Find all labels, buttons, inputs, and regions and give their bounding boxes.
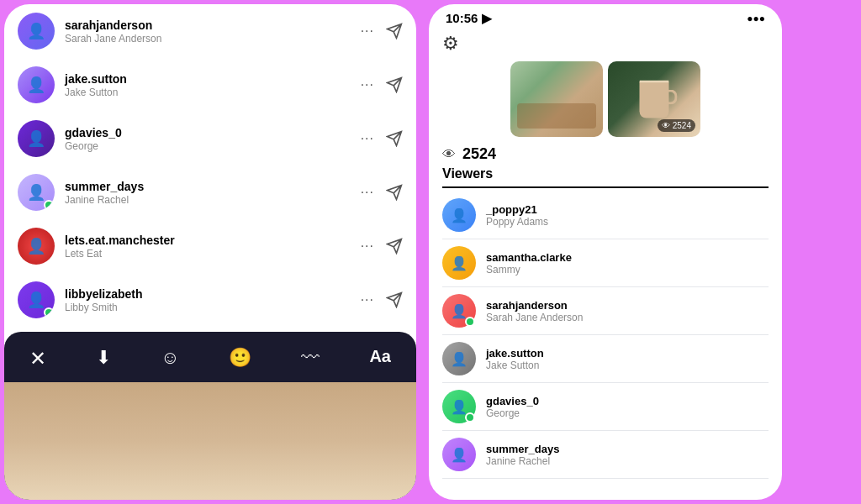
viewer-item[interactable]: 👤 gdavies_0 George — [429, 383, 782, 430]
contact-info: sarahjanderson Sarah Jane Anderson — [65, 18, 351, 45]
viewers-section-header: Viewers — [442, 166, 769, 188]
viewer-info: sarahjanderson Sarah Jane Anderson — [486, 299, 769, 323]
viewer-item[interactable]: 👤 _poppy21 Poppy Adams — [429, 192, 782, 239]
coffee-handle — [668, 90, 678, 105]
contact-item[interactable]: 👤 lets.eat.manchester Lets Eat ··· — [4, 219, 416, 273]
emoji-icon: ☺ — [161, 347, 179, 369]
viewer-name: Janine Rachel — [486, 455, 769, 467]
contact-name: Janine Rachel — [65, 194, 351, 206]
sticker-icon: 🙂 — [229, 347, 251, 369]
coffee-cup-decoration — [640, 81, 669, 118]
view-number: 2524 — [462, 145, 496, 163]
viewer-avatar: 👤 — [442, 342, 476, 375]
more-options-button[interactable]: ··· — [361, 131, 374, 146]
story-background — [4, 382, 416, 500]
viewer-info: summer_days Janine Rachel — [486, 443, 769, 467]
contact-item[interactable]: 👤 libbyelizabeth Libby Smith ··· — [4, 273, 416, 327]
send-button[interactable] — [386, 184, 403, 201]
sticker-button[interactable]: 🙂 — [229, 347, 251, 369]
contact-actions: ··· — [361, 23, 403, 39]
signal-icon: ●●● — [747, 13, 765, 24]
avatar-person: 👤 — [442, 198, 476, 232]
contact-item[interactable]: 👤 summer_days Janine Rachel ··· — [4, 165, 416, 219]
contact-avatar: 👤 — [18, 174, 55, 211]
badge-count: 2524 — [673, 121, 691, 130]
viewer-item[interactable]: 👤 samantha.clarke Sammy — [429, 239, 782, 286]
emoji-button[interactable]: ☺ — [161, 347, 179, 369]
story-thumbnails: 👁 2524 — [429, 61, 782, 137]
close-button[interactable]: ✕ — [29, 347, 46, 370]
contact-avatar: 👤 — [18, 228, 55, 265]
status-icons: ●●● — [747, 13, 765, 24]
viewer-name: George — [486, 407, 769, 419]
more-options-button[interactable]: ··· — [361, 24, 374, 39]
viewer-item[interactable]: 👤 summer_days Janine Rachel — [429, 431, 782, 478]
avatar-person: 👤 — [18, 120, 55, 157]
story-thumb-coffee[interactable]: 👁 2524 — [608, 61, 700, 137]
contact-item[interactable]: 👤 gdavies_0 George ··· — [4, 112, 416, 165]
contact-name: Jake Sutton — [65, 87, 351, 98]
viewers-list: 👤 _poppy21 Poppy Adams 👤 samantha.clarke… — [429, 188, 782, 500]
send-button[interactable] — [386, 291, 403, 308]
contact-avatar: 👤 — [18, 13, 55, 50]
viewer-username: sarahjanderson — [486, 299, 769, 312]
avatar-person: 👤 — [442, 342, 476, 375]
text-button[interactable]: Aa — [369, 347, 391, 366]
viewer-name: Poppy Adams — [486, 216, 769, 228]
contact-username: summer_days — [65, 180, 351, 193]
more-options-button[interactable]: ··· — [361, 292, 374, 307]
contact-name: Sarah Jane Anderson — [65, 33, 351, 45]
audio-icon: 〰 — [301, 347, 320, 369]
online-indicator — [465, 412, 475, 423]
story-header: ⚙ — [429, 29, 782, 61]
send-button[interactable] — [386, 238, 403, 255]
viewer-info: samantha.clarke Sammy — [486, 251, 769, 276]
settings-icon[interactable]: ⚙ — [442, 33, 459, 55]
online-indicator — [44, 307, 54, 318]
contact-actions: ··· — [361, 184, 403, 201]
viewer-item[interactable]: 👤 sarahjanderson Sarah Jane Anderson — [429, 287, 782, 334]
contact-item[interactable]: 👤 jake.sutton Jake Sutton ··· — [4, 58, 416, 112]
contact-actions: ··· — [361, 130, 403, 147]
story-thumb-cafe[interactable] — [510, 61, 603, 137]
viewer-avatar: 👤 — [442, 246, 476, 280]
viewer-info: jake.sutton Jake Sutton — [486, 347, 769, 371]
eye-small-icon: 👁 — [662, 121, 670, 130]
viewer-avatar: 👤 — [442, 390, 476, 423]
viewer-username: samantha.clarke — [486, 251, 769, 264]
download-icon: ⬇ — [96, 347, 111, 369]
contact-item[interactable]: 👤 sarahjanderson Sarah Jane Anderson ··· — [4, 4, 416, 58]
send-button[interactable] — [386, 130, 403, 147]
avatar-person: 👤 — [18, 66, 55, 103]
more-options-button[interactable]: ··· — [361, 185, 374, 200]
viewer-username: _poppy21 — [486, 203, 769, 216]
cafe-decoration — [517, 103, 596, 129]
contact-name: Libby Smith — [65, 302, 351, 313]
send-button[interactable] — [386, 76, 403, 93]
more-options-button[interactable]: ··· — [361, 239, 374, 254]
viewers-title: Viewers — [442, 166, 493, 181]
online-indicator — [465, 317, 475, 327]
contact-username: jake.sutton — [65, 72, 351, 86]
send-button[interactable] — [386, 23, 403, 39]
bottom-toolbar: ✕ ⬇ ☺ 🙂 〰 Aa — [4, 332, 416, 500]
viewer-item[interactable]: 👤 jake.sutton Jake Sutton — [429, 335, 782, 382]
viewer-username: summer_days — [486, 443, 769, 455]
viewer-info: _poppy21 Poppy Adams — [486, 203, 769, 228]
contact-info: libbyelizabeth Libby Smith — [65, 287, 351, 313]
view-count-badge: 👁 2524 — [658, 119, 695, 132]
contact-info: jake.sutton Jake Sutton — [65, 72, 351, 98]
contact-info: lets.eat.manchester Lets Eat — [65, 234, 351, 260]
contact-actions: ··· — [361, 291, 403, 308]
contacts-list: 👤 sarahjanderson Sarah Jane Anderson ···… — [4, 4, 416, 332]
viewer-username: jake.sutton — [486, 347, 769, 360]
avatar-person: 👤 — [18, 13, 55, 50]
viewer-avatar: 👤 — [442, 294, 476, 328]
more-options-button[interactable]: ··· — [361, 77, 374, 92]
contact-avatar: 👤 — [18, 281, 55, 318]
status-bar: 10:56 ▶ ●●● — [429, 4, 782, 29]
audio-button[interactable]: 〰 — [301, 347, 320, 369]
viewer-avatar: 👤 — [442, 198, 476, 232]
contact-username: gdavies_0 — [65, 126, 351, 139]
download-button[interactable]: ⬇ — [96, 347, 111, 369]
